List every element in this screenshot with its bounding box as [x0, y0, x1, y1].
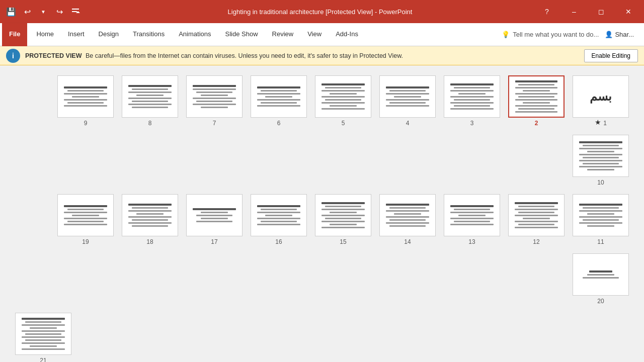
slide-item-12[interactable]: 12: [508, 194, 565, 245]
undo-icon[interactable]: ↩: [20, 5, 34, 19]
slide-num-8: 8: [148, 120, 152, 127]
ribbon: File Home Insert Design Transitions Anim…: [0, 23, 644, 46]
slide-num-21: 21: [40, 357, 46, 362]
window-close-icon[interactable]: ✕: [617, 0, 640, 23]
title-bar-right: ? – ◻ ✕: [535, 0, 640, 23]
slide-num-1: 1: [603, 120, 607, 127]
slide-row-2: 11 12: [15, 194, 629, 305]
slide-thumb-3: [444, 75, 500, 118]
protected-info-icon: i: [6, 49, 20, 63]
window-restore-icon[interactable]: ◻: [590, 0, 613, 23]
slide-num-17: 17: [211, 238, 217, 245]
tab-animations[interactable]: Animations: [172, 23, 218, 46]
undo-dropdown-icon[interactable]: ▼: [36, 5, 50, 19]
title-bar: 💾 ↩ ▼ ↪ Lighting in traditional architec…: [0, 0, 644, 23]
slide-thumb-6: [251, 75, 307, 118]
slide-num-5: 5: [342, 120, 345, 127]
slide-item-1[interactable]: بسم ★ 1: [573, 75, 629, 127]
slide-num-15: 15: [340, 238, 346, 245]
slide-row-1: بسم ★ 1: [15, 75, 629, 186]
slide-num-13: 13: [468, 238, 475, 245]
tab-slideshow[interactable]: Slide Show: [218, 23, 265, 46]
slide-row-3: 21: [15, 313, 629, 362]
tab-transitions[interactable]: Transitions: [126, 23, 172, 46]
slide-thumb-8: [122, 75, 178, 118]
slide-thumb-11: [573, 194, 629, 236]
tab-addins[interactable]: Add-Ins: [329, 23, 365, 46]
slide-1-number-area: ★ 1: [595, 118, 607, 127]
slide-thumb-15: [315, 194, 371, 236]
svg-rect-1: [72, 11, 77, 12]
slide-thumb-19: [57, 194, 114, 236]
tab-review[interactable]: Review: [265, 23, 301, 46]
slide-1-content: بسم: [590, 89, 612, 104]
slide-num-2: 2: [535, 120, 538, 127]
protected-view-bar: i PROTECTED VIEW Be careful—files from t…: [0, 46, 644, 65]
slide-num-16: 16: [275, 238, 282, 245]
slide-num-6: 6: [277, 120, 281, 127]
slide-num-11: 11: [597, 238, 604, 245]
slide-num-4: 4: [406, 120, 410, 127]
slide-thumb-2: [508, 75, 565, 118]
slide-item-19[interactable]: 19: [57, 194, 114, 245]
window-minimize-icon[interactable]: –: [562, 0, 586, 23]
slide-num-10: 10: [597, 179, 604, 186]
slide-thumb-10: [573, 135, 629, 177]
customize-qat-icon[interactable]: [68, 5, 83, 19]
slide-item-8[interactable]: 8: [122, 75, 178, 127]
share-button[interactable]: 👤 Shar...: [605, 31, 634, 38]
slide-item-2[interactable]: 2: [508, 75, 565, 127]
slide-thumb-9: [57, 75, 114, 118]
slide-thumb-18: [122, 194, 178, 236]
tell-me-box[interactable]: 💡 Tell me what you want to do...: [502, 31, 599, 38]
slide-thumb-1: بسم: [573, 75, 629, 118]
tab-design[interactable]: Design: [92, 23, 126, 46]
slide-item-20[interactable]: 20: [573, 253, 629, 305]
slide-item-4[interactable]: 4: [379, 75, 436, 127]
enable-editing-button[interactable]: Enable Editing: [584, 49, 638, 62]
slide-item-10[interactable]: 10: [573, 135, 629, 186]
slide-item-15[interactable]: 15: [315, 194, 371, 245]
slide-item-21[interactable]: 21: [15, 313, 71, 362]
slide-thumb-7: [186, 75, 243, 118]
protected-message: PROTECTED VIEW Be careful—files from the…: [25, 52, 579, 59]
slide-num-7: 7: [213, 120, 216, 127]
slide-num-14: 14: [404, 238, 411, 245]
slide-2-content: [512, 77, 560, 116]
slide-item-9[interactable]: 9: [57, 75, 114, 127]
ribbon-search-area: 💡 Tell me what you want to do... 👤 Shar.…: [365, 31, 642, 38]
person-icon: 👤: [605, 31, 613, 38]
slide-item-14[interactable]: 14: [379, 194, 436, 245]
save-icon[interactable]: 💾: [4, 5, 18, 19]
slide-item-11[interactable]: 11: [573, 194, 629, 245]
slide-num-20: 20: [597, 298, 604, 305]
share-label: Shar...: [615, 31, 634, 38]
slide-item-5[interactable]: 5: [315, 75, 371, 127]
slide-item-16[interactable]: 16: [251, 194, 307, 245]
tell-me-text[interactable]: Tell me what you want to do...: [513, 31, 599, 38]
slide-item-7[interactable]: 7: [186, 75, 243, 127]
tab-home[interactable]: Home: [29, 23, 61, 46]
lightbulb-icon: 💡: [502, 31, 510, 38]
tab-file[interactable]: File: [2, 23, 27, 46]
slide-thumb-16: [251, 194, 307, 236]
window-help-icon[interactable]: ?: [535, 0, 558, 23]
star-icon-1: ★: [595, 118, 601, 126]
slide-thumb-17: [186, 194, 243, 236]
protected-label: PROTECTED VIEW: [25, 52, 82, 59]
slide-item-18[interactable]: 18: [122, 194, 178, 245]
slide-item-13[interactable]: 13: [444, 194, 500, 245]
tab-view[interactable]: View: [300, 23, 329, 46]
slide-num-18: 18: [146, 238, 153, 245]
svg-rect-0: [72, 9, 79, 10]
slide-num-3: 3: [470, 120, 474, 127]
slide-item-3[interactable]: 3: [444, 75, 500, 127]
redo-icon[interactable]: ↪: [52, 5, 66, 19]
slide-item-17[interactable]: 17: [186, 194, 243, 245]
slide-num-9: 9: [84, 120, 88, 127]
slide-thumb-12: [508, 194, 565, 236]
slide-thumb-20: [573, 253, 629, 296]
title-bar-left: 💾 ↩ ▼ ↪: [4, 5, 105, 19]
tab-insert[interactable]: Insert: [61, 23, 92, 46]
slide-item-6[interactable]: 6: [251, 75, 307, 127]
